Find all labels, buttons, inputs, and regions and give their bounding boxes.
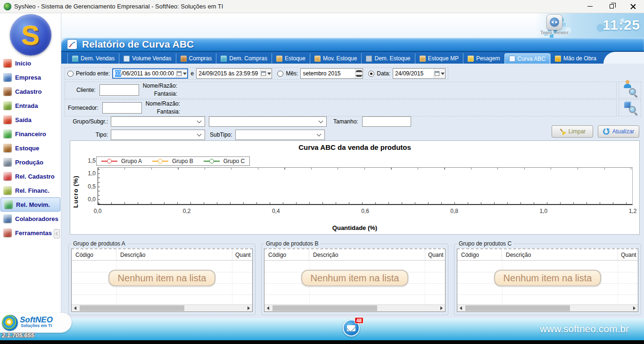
group-a-table: Código Descrição Quant Nenhum item na li… <box>71 248 253 312</box>
tab-dem-vendas[interactable]: Dem. Vendas <box>67 53 119 64</box>
product-groups: Grupo de produtos A Código Descrição Qua… <box>68 240 641 315</box>
grupo-filter-row: Grupo/Subgr.: Tamanho: <box>65 116 415 127</box>
mail-notification[interactable]: 48 <box>343 319 362 338</box>
scroll-right-button[interactable] <box>245 305 252 311</box>
tab-mao-de-obra[interactable]: Mão de Obra <box>550 53 601 64</box>
company-icon <box>3 73 12 82</box>
tab-compras[interactable]: Compras <box>176 53 216 64</box>
scroll-left-button[interactable] <box>264 305 272 311</box>
minimize-button[interactable] <box>579 0 601 13</box>
tab-dem-estoque[interactable]: Dem. Estoque <box>361 53 414 64</box>
tab-estoque[interactable]: Estoque <box>272 53 310 64</box>
close-icon <box>630 4 636 9</box>
horizontal-scrollbar[interactable] <box>457 304 638 311</box>
tab-dem-compras[interactable]: Dem. Compras <box>216 53 272 64</box>
chevron-down-icon <box>441 73 445 75</box>
tab-pesagem[interactable]: Pesagem <box>463 53 504 64</box>
chart-icon <box>124 56 130 62</box>
chevron-down-icon <box>319 119 323 123</box>
scroll-right-button[interactable] <box>631 305 638 311</box>
date-radio[interactable] <box>368 71 374 77</box>
subtipo-select[interactable] <box>235 130 325 140</box>
series-marker <box>152 161 168 162</box>
plot-area <box>98 167 633 205</box>
tamanho-input[interactable] <box>362 116 411 127</box>
period-start-input[interactable]: 03/06/2011 às 00:00:00 <box>112 68 188 79</box>
softneo-logo-bubble: SoftNEO Soluções em TI <box>0 313 72 333</box>
calendar-dropdown-button[interactable] <box>176 69 187 78</box>
teamviewer-shortcut[interactable]: Team Viewer <box>538 14 571 35</box>
y-axis-label: Lucro (%) <box>72 165 79 208</box>
page-title: Relatório de Curva ABC <box>82 39 194 50</box>
spin-up-button[interactable] <box>355 69 363 74</box>
app-window: SysNeo - Sistema de Gerenciamento Empres… <box>0 0 644 344</box>
tab-estoque-mp[interactable]: Estoque MP <box>415 53 463 64</box>
sidebar-item-rel-cadastro[interactable]: Rel. Cadastro <box>0 169 61 183</box>
sidebar-item-empresa[interactable]: Empresa <box>0 70 61 84</box>
softneo-brand: SoftNEO <box>20 317 53 323</box>
softneo-swirl-icon <box>2 315 18 331</box>
sidebar-item-ferramentas[interactable]: Ferramentas <box>0 226 61 240</box>
tipo-select[interactable] <box>111 130 205 140</box>
tab-curva-abc[interactable]: Curva ABC <box>504 53 550 64</box>
series-marker <box>204 161 220 162</box>
restore-button[interactable] <box>601 0 622 13</box>
chevron-down-icon <box>267 73 271 75</box>
chevron-left-icon <box>74 306 76 310</box>
scrollbar-thumb[interactable] <box>272 305 377 311</box>
scroll-left-button[interactable] <box>72 305 79 311</box>
legend-item: Grupo A <box>101 158 142 164</box>
y-axis-ticks: 0,0 0,5 1,0 1,5 <box>81 167 96 206</box>
table-header: Código Descrição Quant <box>264 249 445 261</box>
sidebar-item-estoque[interactable]: Estoque <box>0 141 61 155</box>
fornecedor-search-button[interactable] <box>619 99 641 116</box>
fornecedor-input[interactable] <box>102 102 142 114</box>
sidebar-item-entrada[interactable]: Entrada <box>0 98 61 113</box>
sidebar-item-rel-financ[interactable]: Rel. Financ. <box>0 183 61 197</box>
spin-down-button[interactable] <box>355 74 363 78</box>
horizontal-scrollbar[interactable] <box>72 304 252 311</box>
period-radio[interactable] <box>67 71 74 77</box>
date-input[interactable]: 24/09/2015 <box>393 68 446 79</box>
chart-icon <box>72 56 78 62</box>
cliente-input[interactable] <box>99 84 139 96</box>
sidebar-item-inicio[interactable]: Início <box>0 56 61 70</box>
sidebar-item-producao[interactable]: Produção <box>0 155 61 169</box>
sidebar-item-cadastro[interactable]: Cadastro <box>0 84 61 98</box>
sidebar-item-saida[interactable]: Saída <box>0 113 61 127</box>
footer-bar: 48 www.softneo.com.br <box>0 318 644 340</box>
group-b-box: Grupo de produtos B Código Descrição Qua… <box>261 240 448 315</box>
limpar-button[interactable]: Limpar <box>552 125 593 138</box>
scroll-right-button[interactable] <box>438 305 445 311</box>
chevron-right-icon <box>440 306 443 310</box>
atualizar-button[interactable]: Atualizar <box>598 125 639 138</box>
calendar-dropdown-button[interactable] <box>260 69 272 78</box>
curve-chart-icon <box>67 39 77 49</box>
calendar-dropdown-button[interactable] <box>434 69 445 78</box>
horizontal-scrollbar[interactable] <box>264 304 445 311</box>
month-radio[interactable] <box>277 71 283 77</box>
subgrupo-select[interactable] <box>209 116 327 127</box>
chevron-down-icon <box>316 132 321 137</box>
period-end-input[interactable]: 24/09/2015 às 23:59:59 <box>196 68 272 79</box>
close-button[interactable] <box>622 0 644 13</box>
cliente-search-button[interactable] <box>619 82 641 98</box>
grupo-select[interactable] <box>111 116 205 127</box>
restore-icon <box>610 4 614 8</box>
month-spinner[interactable]: setembro 2015 <box>300 68 363 79</box>
sidebar-item-rel-movim[interactable]: Rel. Movim. <box>0 197 60 212</box>
scrollbar-thumb[interactable] <box>80 305 184 311</box>
worker-icon <box>555 56 561 62</box>
period-filter-group: Período ente: 03/06/2011 às 00:00:00 e 2… <box>65 67 448 80</box>
chevron-down-icon <box>197 132 202 137</box>
sidebar-collapse-button[interactable] <box>54 229 60 238</box>
scrollbar-thumb[interactable] <box>465 305 570 311</box>
scroll-left-button[interactable] <box>457 305 464 311</box>
tab-volume-vendas[interactable]: Volume Vendas <box>119 53 175 64</box>
broom-icon <box>558 127 567 136</box>
tab-mov-estoque[interactable]: Mov. Estoque <box>310 53 361 64</box>
window-title: SysNeo - Sistema de Gerenciamento Empres… <box>14 3 223 10</box>
production-icon <box>3 158 12 166</box>
sidebar-item-colaboradores[interactable]: Colaboradores <box>0 212 61 226</box>
sidebar-item-financeiro[interactable]: Financeiro <box>0 127 61 141</box>
